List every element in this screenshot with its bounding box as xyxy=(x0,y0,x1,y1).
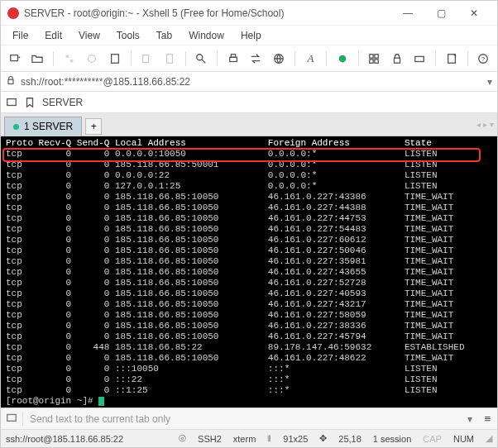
disconnect-button[interactable] xyxy=(84,50,102,68)
reconnect-button[interactable] xyxy=(60,50,79,68)
menu-edit[interactable]: Edit xyxy=(38,28,69,43)
help-button[interactable]: ? xyxy=(475,50,493,68)
menu-tab[interactable]: Tab xyxy=(150,28,179,43)
status-ssh: SSH2 xyxy=(198,434,222,444)
encoding-button[interactable] xyxy=(270,50,288,68)
svg-rect-7 xyxy=(231,54,235,57)
address-dropdown-icon[interactable]: ▾ xyxy=(487,76,492,88)
status-dot-icon xyxy=(13,124,19,130)
table-row: tcp 0 0 185.118.66.85:10050 46.161.0.227… xyxy=(6,192,492,203)
session-label[interactable]: SERVER xyxy=(42,97,83,108)
table-row: tcp 0 0 185.118.66.85:10050 46.161.0.227… xyxy=(6,256,492,267)
status-cursor: 25,18 xyxy=(338,434,362,444)
svg-point-9 xyxy=(338,55,346,62)
table-row: tcp 0 0 185.118.66.85:10050 46.161.0.227… xyxy=(6,203,492,213)
table-row: tcp 0 0 185.118.66.85:10050 46.161.0.227… xyxy=(6,299,492,310)
menubar: File Edit View Tools Tab Window Help xyxy=(1,26,497,45)
status-term: xterm xyxy=(233,434,256,444)
table-row: tcp 0 0 ::1:25 :::* LISTEN xyxy=(6,385,492,396)
keyboard-button[interactable] xyxy=(411,50,429,68)
svg-point-1 xyxy=(89,55,96,62)
table-row: tcp 0 0 185.118.66.85:10050 46.161.0.227… xyxy=(6,321,492,331)
separator xyxy=(358,51,359,66)
svg-rect-2 xyxy=(111,54,118,63)
status-cap: CAP xyxy=(423,434,442,444)
menu-help[interactable]: Help xyxy=(234,28,268,43)
svg-rect-19 xyxy=(8,79,13,83)
svg-rect-10 xyxy=(370,54,373,57)
prompt: [root@origin ~]# xyxy=(6,396,492,407)
svg-rect-6 xyxy=(229,57,237,61)
send-dropdown-icon[interactable]: ▾ xyxy=(462,413,477,425)
menu-file[interactable]: File xyxy=(6,28,35,43)
status-size-icon: ⫴ xyxy=(267,433,271,444)
toolbar: A ? xyxy=(1,45,497,72)
separator xyxy=(467,51,468,66)
svg-rect-15 xyxy=(415,56,424,61)
table-row: tcp 0 0 185.118.66.85:10050 46.161.0.227… xyxy=(6,278,492,288)
find-button[interactable] xyxy=(193,50,211,68)
tab-server[interactable]: 1 SERVER xyxy=(4,117,82,136)
addressbar: ssh://root:**********@185.118.66.85:22 ▾ xyxy=(1,72,497,92)
tab-nav-icon[interactable]: ◂ ▸ ▾ xyxy=(476,120,494,129)
table-header: Proto Recv-Q Send-Q Local Address Foreig… xyxy=(6,138,492,149)
svg-rect-4 xyxy=(166,54,172,63)
separator xyxy=(185,51,186,66)
status-sessions: 1 session xyxy=(373,434,411,444)
hamburger-icon[interactable]: ≡ xyxy=(477,412,497,425)
copy-button[interactable] xyxy=(138,50,156,68)
new-tab-button[interactable]: + xyxy=(85,118,102,135)
close-button[interactable]: ✕ xyxy=(457,2,491,25)
address-input[interactable]: ssh://root:**********@185.118.66.85:22 xyxy=(21,76,482,88)
app-icon xyxy=(7,7,19,19)
font-button[interactable]: A xyxy=(302,50,320,68)
table-row: tcp 0 0 0.0.0.0:10050 0.0.0.0:* LISTEN xyxy=(6,149,492,160)
maximize-button[interactable]: ▢ xyxy=(424,2,457,25)
svg-rect-14 xyxy=(394,58,400,63)
menu-tools[interactable]: Tools xyxy=(110,28,146,43)
svg-rect-12 xyxy=(370,59,373,62)
table-row: tcp 0 448 185.118.66.85:22 89.178.147.46… xyxy=(6,342,492,353)
new-session-button[interactable] xyxy=(6,50,24,68)
minimize-button[interactable]: — xyxy=(391,2,424,25)
print-button[interactable] xyxy=(224,50,242,68)
status-num: NUM xyxy=(453,434,474,444)
svg-rect-11 xyxy=(375,54,378,57)
bookmark-icon[interactable] xyxy=(24,97,36,108)
svg-rect-16 xyxy=(448,54,456,63)
svg-rect-3 xyxy=(143,55,149,62)
status-ssh-icon: ⦾ xyxy=(179,433,186,444)
table-row: tcp 0 0 185.118.66.85:10050 46.161.0.227… xyxy=(6,353,492,364)
lock-icon xyxy=(6,75,16,88)
paste-button[interactable] xyxy=(160,50,179,68)
sessions-icon[interactable] xyxy=(6,97,17,108)
terminal[interactable]: Proto Recv-Q Send-Q Local Address Foreig… xyxy=(1,136,497,407)
status-resize-icon: ◢ xyxy=(486,433,492,444)
tab-label: 1 SERVER xyxy=(24,121,73,132)
table-row: tcp 0 0 185.118.66.85:10050 46.161.0.227… xyxy=(6,224,492,235)
tile-button[interactable] xyxy=(366,50,384,68)
separator xyxy=(294,51,295,66)
lock-button[interactable] xyxy=(388,50,406,68)
status-connection: ssh://root@185.118.66.85:22 xyxy=(6,434,167,444)
status-size: 91x25 xyxy=(283,434,308,444)
statusbar: ssh://root@185.118.66.85:22 ⦾ SSH2 xterm… xyxy=(1,429,497,447)
menu-window[interactable]: Window xyxy=(182,28,231,43)
svg-rect-0 xyxy=(11,55,18,60)
separator xyxy=(435,51,436,66)
sendbar: Send text to the current tab only ▾ ≡ xyxy=(1,407,497,429)
script-button[interactable] xyxy=(443,50,461,68)
table-row: tcp 0 0 185.118.66.85:50001 0.0.0.0:* LI… xyxy=(6,160,492,170)
table-row: tcp 0 0 185.118.66.85:10050 46.161.0.227… xyxy=(6,245,492,256)
table-row: tcp 0 0 185.118.66.85:10050 46.161.0.227… xyxy=(6,235,492,245)
open-button[interactable] xyxy=(29,50,47,68)
send-input[interactable]: Send text to the current tab only xyxy=(23,413,462,425)
svg-rect-20 xyxy=(7,98,17,105)
properties-button[interactable] xyxy=(106,50,124,68)
color-button[interactable] xyxy=(333,50,352,68)
separator xyxy=(217,51,218,66)
titlebar: SERVER - root@origin:~ - Xshell 5 (Free … xyxy=(1,1,497,26)
menu-view[interactable]: View xyxy=(72,28,107,43)
send-icon[interactable] xyxy=(1,412,23,426)
transfer-button[interactable] xyxy=(247,50,266,68)
